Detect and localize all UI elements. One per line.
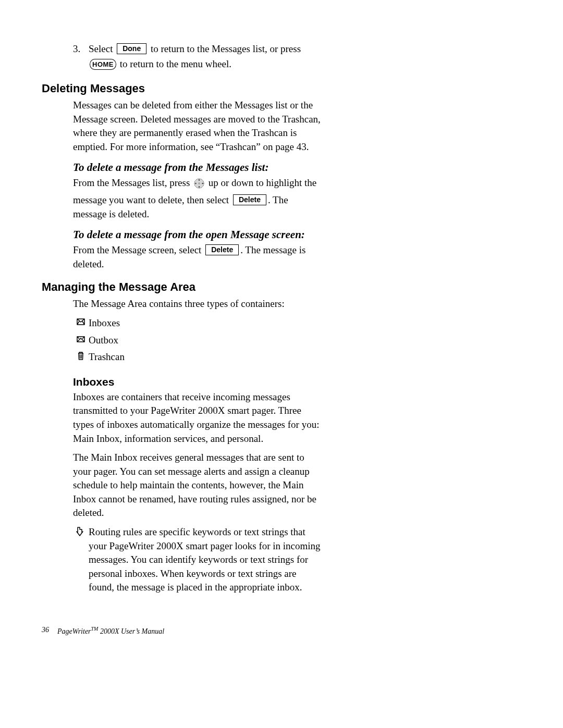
- step-text: Select: [89, 43, 115, 54]
- item-label: Trashcan: [89, 350, 125, 364]
- text: From the Messages list, press: [73, 177, 192, 188]
- page-number: 36: [42, 626, 49, 636]
- heading-delete-from-screen: To delete a message from the open Messag…: [73, 228, 313, 241]
- container-item-outbox: Outbox: [73, 334, 516, 348]
- trashcan-icon: [73, 350, 89, 361]
- dpad-icon: [193, 178, 205, 193]
- step-text: to return to the menu wheel.: [117, 58, 231, 69]
- svg-point-2: [199, 187, 200, 188]
- footer-title: PageWriterTM 2000X User’s Manual: [57, 626, 164, 636]
- footer-title-b: 2000X User’s Manual: [98, 627, 164, 635]
- inboxes-para-1: Inboxes are containers that receive inco…: [73, 390, 323, 446]
- item-label: Inboxes: [89, 316, 120, 330]
- item-label: Outbox: [89, 334, 118, 348]
- note-pointer-icon: [73, 525, 89, 537]
- delete-from-screen-paragraph: From the Message screen, select Delete. …: [73, 243, 323, 271]
- step-text: to return to the Messages list, or press: [148, 43, 301, 54]
- home-button-graphic: HOME: [90, 59, 116, 70]
- delete-from-list-paragraph: From the Messages list, press up or down…: [73, 176, 323, 221]
- routing-rules-note: Routing rules are specific keywords or t…: [73, 525, 516, 595]
- managing-intro: The Message Area contains three types of…: [73, 297, 323, 311]
- inbox-icon: [73, 316, 89, 326]
- outbox-icon: [73, 334, 89, 343]
- svg-point-3: [195, 183, 196, 184]
- container-item-trashcan: Trashcan: [73, 350, 516, 364]
- delete-button-graphic: Delete: [233, 194, 266, 205]
- svg-point-4: [202, 183, 203, 184]
- svg-point-5: [198, 182, 200, 184]
- heading-deleting-messages: Deleting Messages: [42, 82, 516, 95]
- heading-delete-from-list: To delete a message from the Messages li…: [73, 161, 313, 174]
- heading-inboxes: Inboxes: [73, 376, 516, 388]
- note-text: Routing rules are specific keywords or t…: [89, 525, 323, 595]
- text: From the Message screen, select: [73, 244, 204, 255]
- container-item-inboxes: Inboxes: [73, 316, 516, 330]
- step-number: 3.: [73, 42, 89, 71]
- page-footer: 36 PageWriterTM 2000X User’s Manual: [42, 626, 516, 636]
- delete-button-graphic: Delete: [205, 244, 239, 255]
- footer-title-a: PageWriter: [57, 627, 91, 635]
- step-3: 3. Select Done to return to the Messages…: [73, 42, 516, 71]
- svg-point-1: [199, 180, 200, 181]
- deleting-paragraph: Messages can be deleted from either the …: [73, 98, 323, 154]
- heading-managing-message-area: Managing the Message Area: [42, 280, 516, 294]
- step-body: Select Done to return to the Messages li…: [89, 42, 308, 71]
- manual-page: 3. Select Done to return to the Messages…: [0, 0, 563, 667]
- inboxes-para-2: The Main Inbox receives general messages…: [73, 451, 323, 520]
- done-button-graphic: Done: [117, 43, 146, 54]
- trademark: TM: [91, 626, 99, 632]
